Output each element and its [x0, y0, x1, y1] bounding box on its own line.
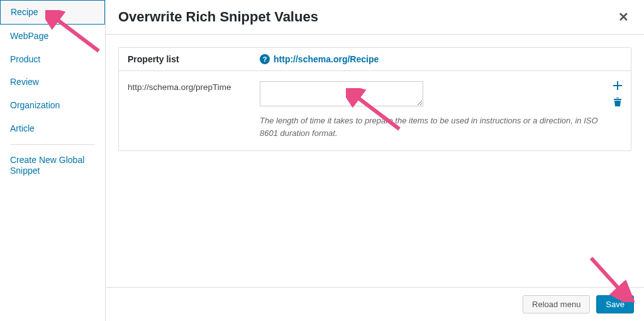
close-icon[interactable]: ✕: [616, 9, 631, 25]
sidebar-item-review[interactable]: Review: [0, 70, 105, 94]
help-icon[interactable]: ?: [260, 54, 270, 64]
header: Overwrite Rich Snippet Values ✕: [106, 0, 644, 35]
property-description: The length of time it takes to prepare t…: [260, 115, 603, 139]
sidebar-item-organization[interactable]: Organization: [0, 94, 105, 117]
reload-menu-button[interactable]: Reload menu: [523, 295, 590, 313]
panel-header: Property list ? http://schema.org/Recipe: [119, 48, 631, 71]
add-icon[interactable]: [613, 81, 622, 92]
main: Overwrite Rich Snippet Values ✕ Property…: [106, 0, 644, 321]
sidebar-item-webpage[interactable]: WebPage: [0, 25, 105, 48]
property-value-col: The length of time it takes to prepare t…: [260, 81, 603, 139]
property-actions: [603, 81, 622, 139]
property-panel: Property list ? http://schema.org/Recipe…: [118, 47, 631, 151]
sidebar-item-article[interactable]: Article: [0, 117, 105, 140]
content: Property list ? http://schema.org/Recipe…: [106, 35, 644, 287]
property-name: http://schema.org/prepTime: [128, 81, 260, 139]
property-list-header: Property list: [128, 54, 260, 64]
sidebar-divider: [10, 144, 95, 145]
trash-icon[interactable]: [613, 97, 622, 108]
sidebar-item-recipe[interactable]: Recipe: [0, 0, 105, 25]
save-button[interactable]: Save: [596, 295, 634, 313]
panel-body: http://schema.org/prepTime The length of…: [119, 71, 631, 150]
page-title: Overwrite Rich Snippet Values: [118, 9, 318, 25]
property-value-input[interactable]: [260, 81, 423, 106]
sidebar: Recipe WebPage Product Review Organizati…: [0, 0, 106, 321]
footer: Reload menu Save: [106, 287, 644, 321]
create-global-snippet-link[interactable]: Create New Global Snippet: [0, 149, 105, 183]
schema-link[interactable]: http://schema.org/Recipe: [274, 54, 379, 64]
sidebar-item-product[interactable]: Product: [0, 48, 105, 71]
